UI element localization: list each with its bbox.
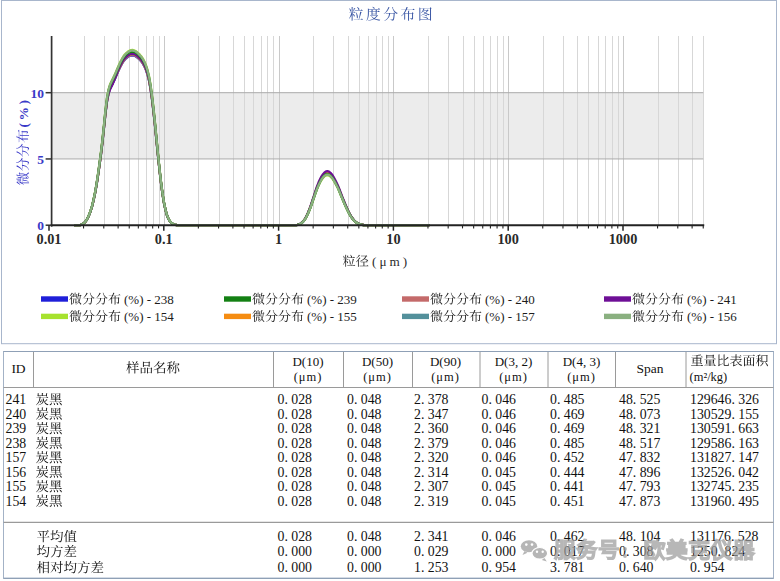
svg-text:D(50): D(50) (362, 354, 393, 369)
svg-text:Span: Span (637, 361, 664, 376)
svg-text:0. 048: 0. 048 (347, 436, 382, 451)
svg-text:154: 154 (6, 494, 27, 509)
svg-text:48. 073: 48. 073 (619, 407, 660, 422)
svg-text:0. 048: 0. 048 (347, 479, 382, 494)
svg-text:0. 469: 0. 469 (550, 421, 585, 436)
svg-text:100: 100 (497, 231, 518, 247)
svg-text:0. 028: 0. 028 (278, 392, 313, 407)
svg-text:47. 873: 47. 873 (619, 494, 660, 509)
svg-text:(μm): (μm) (431, 370, 460, 384)
svg-text:2. 360: 2. 360 (414, 421, 449, 436)
svg-text:48. 517: 48. 517 (619, 436, 660, 451)
svg-text:(%) - 155: (%) - 155 (307, 309, 357, 324)
svg-text:130591. 663: 130591. 663 (690, 421, 759, 436)
svg-text:0. 048: 0. 048 (347, 494, 382, 509)
svg-text:0. 045: 0. 045 (482, 479, 517, 494)
svg-text:0. 048: 0. 048 (347, 407, 382, 422)
svg-text:0. 000: 0. 000 (482, 544, 517, 559)
svg-text:(%): (%) (16, 98, 31, 128)
svg-text:0. 029: 0. 029 (414, 544, 449, 559)
svg-text:48. 525: 48. 525 (619, 392, 660, 407)
svg-text:0. 000: 0. 000 (347, 560, 382, 575)
svg-text:2. 347: 2. 347 (414, 407, 449, 422)
svg-text:0. 469: 0. 469 (550, 407, 585, 422)
svg-text:1000: 1000 (609, 231, 638, 247)
svg-text:0. 028: 0. 028 (278, 407, 313, 422)
svg-text:10: 10 (386, 231, 400, 247)
svg-text:0.1: 0.1 (155, 231, 173, 247)
svg-text:D(4, 3): D(4, 3) (563, 354, 601, 369)
svg-text:0. 048: 0. 048 (347, 529, 382, 544)
svg-text:0. 046: 0. 046 (482, 436, 517, 451)
svg-text:132526. 042: 132526. 042 (690, 465, 759, 480)
svg-text:48. 321: 48. 321 (619, 421, 660, 436)
svg-text:0. 028: 0. 028 (278, 494, 313, 509)
svg-text:(%) - 238: (%) - 238 (124, 292, 174, 307)
svg-text:3. 781: 3. 781 (550, 560, 585, 575)
svg-text:0. 048: 0. 048 (347, 450, 382, 465)
svg-text:0. 451: 0. 451 (550, 494, 585, 509)
svg-text:131827. 147: 131827. 147 (690, 450, 759, 465)
svg-text:1: 1 (275, 231, 282, 247)
svg-text:5: 5 (37, 152, 44, 167)
svg-text:(%) - 241: (%) - 241 (687, 292, 737, 307)
svg-text:0.01: 0.01 (36, 231, 61, 247)
svg-text:2. 379: 2. 379 (414, 436, 449, 451)
svg-text:0. 045: 0. 045 (482, 494, 517, 509)
svg-text:0. 954: 0. 954 (482, 560, 517, 575)
svg-text:130529. 155: 130529. 155 (690, 407, 759, 422)
svg-text:0. 048: 0. 048 (347, 465, 382, 480)
svg-text:0. 444: 0. 444 (550, 465, 585, 480)
svg-text:(m²/kg): (m²/kg) (690, 370, 728, 384)
svg-text:132745. 235: 132745. 235 (690, 479, 759, 494)
svg-text:(μm): (μm) (372, 254, 410, 269)
svg-text:0. 028: 0. 028 (278, 479, 313, 494)
svg-text:ID: ID (11, 361, 25, 376)
svg-text:10: 10 (31, 86, 45, 101)
svg-text:2. 319: 2. 319 (414, 494, 449, 509)
svg-text:D(90): D(90) (430, 354, 461, 369)
svg-text:0. 048: 0. 048 (347, 421, 382, 436)
svg-text:1. 253: 1. 253 (414, 560, 449, 575)
svg-text:2. 320: 2. 320 (414, 450, 449, 465)
svg-text:0. 045: 0. 045 (482, 465, 517, 480)
svg-text:2. 307: 2. 307 (414, 479, 449, 494)
svg-text:238: 238 (6, 436, 27, 451)
svg-text:D(10): D(10) (292, 354, 323, 369)
svg-text:0. 028: 0. 028 (278, 529, 313, 544)
svg-text:0. 954: 0. 954 (690, 560, 725, 575)
svg-text:0. 441: 0. 441 (550, 479, 585, 494)
svg-text:239: 239 (6, 421, 27, 436)
svg-text:47. 793: 47. 793 (619, 479, 660, 494)
svg-text:241: 241 (6, 392, 27, 407)
svg-text:0. 028: 0. 028 (278, 421, 313, 436)
svg-text:0. 046: 0. 046 (482, 421, 517, 436)
svg-text:0. 485: 0. 485 (550, 436, 585, 451)
svg-text:47. 896: 47. 896 (619, 465, 660, 480)
svg-text:156: 156 (6, 465, 27, 480)
svg-text:47. 832: 47. 832 (619, 450, 660, 465)
svg-text:2. 378: 2. 378 (414, 392, 449, 407)
svg-text:129586. 163: 129586. 163 (690, 436, 759, 451)
svg-text:D(3, 2): D(3, 2) (495, 354, 533, 369)
svg-text:0. 000: 0. 000 (347, 544, 382, 559)
svg-text:2. 341: 2. 341 (414, 529, 449, 544)
svg-text:(μm): (μm) (499, 370, 528, 384)
svg-text:(%) - 157: (%) - 157 (485, 309, 535, 324)
svg-text:0. 046: 0. 046 (482, 407, 517, 422)
svg-text:(%) - 239: (%) - 239 (307, 292, 357, 307)
svg-text:0. 640: 0. 640 (619, 560, 654, 575)
svg-text:0. 046: 0. 046 (482, 529, 517, 544)
svg-text:0. 046: 0. 046 (482, 450, 517, 465)
svg-text:0. 485: 0. 485 (550, 392, 585, 407)
svg-text:0. 452: 0. 452 (550, 450, 585, 465)
svg-text:0. 000: 0. 000 (278, 544, 313, 559)
svg-text:(μm): (μm) (567, 370, 596, 384)
svg-text:0. 028: 0. 028 (278, 450, 313, 465)
svg-text:240: 240 (6, 407, 27, 422)
svg-text:129646. 326: 129646. 326 (690, 392, 759, 407)
svg-text:(%) - 154: (%) - 154 (124, 309, 174, 324)
svg-text:(%) - 240: (%) - 240 (485, 292, 535, 307)
svg-text:157: 157 (6, 450, 27, 465)
svg-text:0. 028: 0. 028 (278, 465, 313, 480)
